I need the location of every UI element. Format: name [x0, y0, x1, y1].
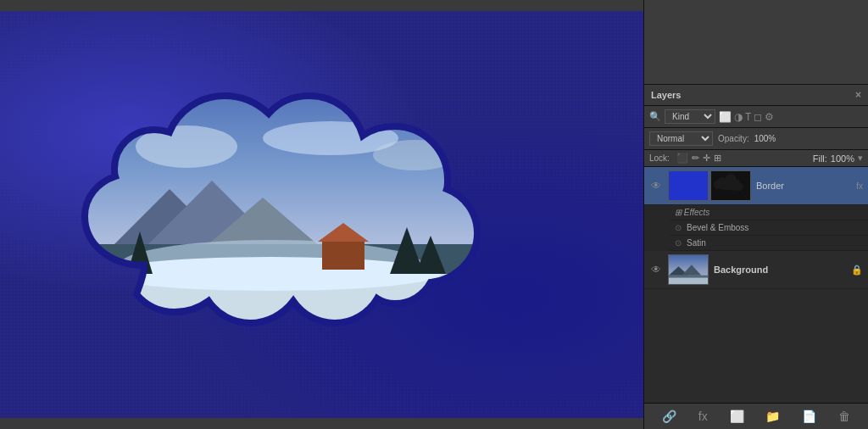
layer-visibility-icon-border[interactable]: 👁: [649, 180, 663, 192]
layer-item-border[interactable]: 👁 Border fx: [644, 167, 868, 205]
opacity-label: Opacity:: [718, 134, 749, 143]
layer-name-background: Background: [714, 265, 846, 275]
close-icon[interactable]: ×: [855, 89, 861, 101]
add-mask-icon[interactable]: ⬜: [726, 408, 748, 425]
canvas-area: [0, 0, 643, 429]
fill-value: 100%: [831, 153, 854, 164]
pixel-filter-icon[interactable]: ⬜: [719, 111, 732, 123]
layer-lock-icon-background: 🔒: [851, 265, 863, 276]
lock-transparent-icon[interactable]: ⬛: [676, 153, 688, 164]
layers-header-icons: ×: [855, 89, 861, 101]
lock-pixels-icon[interactable]: ✏: [692, 153, 699, 164]
svg-rect-22: [669, 278, 708, 285]
filter-kind-dropdown[interactable]: Kind: [665, 109, 715, 124]
blend-row: Normal Opacity: 100%: [644, 128, 868, 150]
effects-group: ⊞ Effects ⊙ Bevel & Emboss ⊙ Satin: [644, 205, 868, 251]
link-layers-icon[interactable]: 🔗: [659, 408, 680, 425]
layers-panel: Layers × 🔍 Kind ⬜ ◑ T ◻ ⚙ Normal Op: [644, 85, 868, 429]
layer-thumb-background: [668, 254, 709, 285]
effect-eye-icon-bevel[interactable]: ⊙: [675, 223, 682, 232]
effect-bevel-emboss[interactable]: ⊙ Bevel & Emboss: [670, 220, 868, 236]
opacity-value: 100%: [754, 134, 784, 143]
layers-title: Layers: [651, 90, 681, 100]
layers-list: 👁 Border fx: [644, 167, 868, 403]
layer-thumb-color-border: [668, 170, 709, 201]
adjustment-filter-icon[interactable]: ◑: [734, 111, 743, 123]
layer-name-border: Border: [756, 181, 851, 191]
layers-toolbar: 🔗 fx ⬜ 📁 📄 🗑: [644, 403, 868, 429]
delete-layer-icon[interactable]: 🗑: [835, 408, 854, 425]
new-layer-icon[interactable]: 📄: [798, 408, 820, 425]
cloud-svg: [59, 79, 585, 350]
layer-visibility-icon-bg[interactable]: 👁: [649, 264, 663, 276]
effect-satin[interactable]: ⊙ Satin: [670, 236, 868, 251]
effects-label: ⊞ Effects: [675, 208, 709, 217]
top-dark-area: [644, 0, 868, 85]
type-filter-icon[interactable]: T: [745, 111, 751, 123]
layer-thumb-mask-border: [710, 170, 751, 201]
lock-position-icon[interactable]: ✛: [703, 153, 710, 164]
lock-label: Lock:: [649, 153, 670, 163]
lock-row: Lock: ⬛ ✏ ✛ ⊞ Fill: 100% ▾: [644, 150, 868, 167]
fill-section: Fill: 100% ▾: [813, 153, 863, 164]
search-icon: 🔍: [649, 111, 661, 122]
layer-item-background[interactable]: 👁: [644, 251, 868, 289]
fill-label: Fill:: [813, 153, 827, 164]
layers-panel-header: Layers ×: [644, 85, 868, 106]
filter-icons: ⬜ ◑ T ◻ ⚙: [719, 111, 774, 123]
right-panel: Layers × 🔍 Kind ⬜ ◑ T ◻ ⚙ Normal Op: [643, 0, 868, 429]
lock-icons: ⬛ ✏ ✛ ⊞: [676, 153, 721, 164]
lock-artboard-icon[interactable]: ⊞: [714, 153, 721, 164]
effects-header-item: ⊞ Effects: [670, 205, 868, 220]
effect-eye-icon-satin[interactable]: ⊙: [675, 238, 682, 248]
add-style-icon[interactable]: fx: [695, 408, 711, 425]
new-group-icon[interactable]: 📁: [762, 408, 783, 425]
filter-row: 🔍 Kind ⬜ ◑ T ◻ ⚙: [644, 106, 868, 128]
smart-filter-icon[interactable]: ⚙: [765, 111, 774, 123]
canvas-background: [0, 11, 643, 418]
shape-filter-icon[interactable]: ◻: [754, 111, 762, 123]
blend-mode-dropdown[interactable]: Normal: [649, 131, 713, 146]
layer-fx-border: fx: [856, 181, 863, 191]
fill-arrow-icon[interactable]: ▾: [858, 153, 863, 164]
effect-name-bevel: Bevel & Emboss: [687, 223, 748, 232]
effect-name-satin: Satin: [687, 238, 706, 248]
svg-rect-14: [322, 240, 364, 270]
cloud-container: [59, 79, 585, 350]
